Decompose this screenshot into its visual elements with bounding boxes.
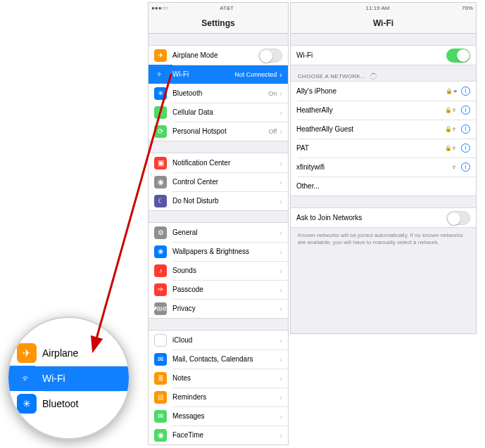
settings-row-reminders[interactable]: ⊟Reminders› — [149, 388, 288, 407]
info-button[interactable]: i — [461, 105, 470, 115]
wifi-toggle[interactable] — [446, 49, 470, 63]
row-label: Notification Center — [172, 159, 279, 167]
airplane-toggle[interactable] — [258, 49, 282, 63]
wifi-signal-icon: ᯤ — [452, 107, 458, 114]
info-button[interactable]: i — [461, 143, 470, 153]
row-label: FaceTime — [172, 431, 279, 439]
chevron-right-icon: › — [279, 70, 282, 79]
chevron-right-icon: › — [279, 248, 282, 256]
info-button[interactable]: i — [461, 124, 470, 134]
chevron-right-icon: › — [279, 374, 282, 383]
passcode-icon: ✑ — [154, 283, 167, 296]
zoom-icon: ✳ — [17, 394, 37, 414]
network-xfinitywifi[interactable]: xfinitywifiᯤi — [291, 158, 476, 177]
lock-icon: 🔒 — [446, 88, 453, 94]
row-label: Mail, Contacts, Calendars — [172, 355, 279, 363]
network-other[interactable]: Other... — [291, 177, 476, 196]
settings-row-icloud[interactable]: ☁iCloud› — [149, 331, 288, 350]
zoom-row-bluetoot: ✳Bluetoot — [17, 391, 120, 416]
row-label: Control Center — [172, 178, 279, 186]
settings-row-sounds[interactable]: ♪Sounds› — [149, 261, 288, 280]
settings-row-personal-hotspot[interactable]: ⟳Personal HotspotOff› — [149, 122, 288, 141]
info-button[interactable]: i — [461, 87, 470, 96]
settings-row-wallpapers-brightness[interactable]: ❀Wallpapers & Brightness› — [149, 242, 288, 261]
chevron-right-icon: › — [279, 305, 282, 313]
airplane-mode-icon: ✈ — [154, 49, 167, 62]
cellular-data-icon: ⟟ — [154, 106, 167, 119]
wi-fi-icon: ᯤ — [154, 68, 167, 81]
sounds-icon: ♪ — [154, 264, 167, 277]
wifi-toggle-row[interactable]: Wi-Fi — [291, 46, 476, 65]
wifi-signal-icon: ᯤ — [452, 145, 458, 152]
ask-toggle[interactable] — [446, 211, 470, 225]
notes-icon: ≣ — [154, 372, 167, 385]
row-label: Notes — [172, 374, 279, 382]
other-label: Other... — [296, 182, 470, 190]
settings-row-mail-contacts-calendars[interactable]: ✉Mail, Contacts, Calendars› — [149, 350, 288, 369]
chevron-right-icon: › — [279, 355, 282, 364]
settings-row-cellular-data[interactable]: ⟟Cellular Data› — [149, 103, 288, 122]
settings-panel: ●●●○○ AT&T Settings ✈Airplane ModeᯤWi-Fi… — [148, 2, 289, 445]
chevron-right-icon: › — [279, 431, 282, 440]
carrier: AT&T — [220, 5, 234, 11]
network-heatherally[interactable]: HeatherAlly🔒ᯤi — [291, 101, 476, 120]
settings-row-wi-fi[interactable]: ᯤWi-FiNot Connected› — [149, 65, 288, 84]
settings-row-bluetooth[interactable]: ✳BluetoothOn› — [149, 84, 288, 103]
zoom-row-airplane: ✈Airplane — [17, 340, 120, 366]
row-label: Reminders — [172, 393, 279, 401]
settings-row-do-not-disturb[interactable]: ☾Do Not Disturb› — [149, 191, 288, 210]
zoom-label: Bluetoot — [42, 398, 78, 409]
row-label: General — [172, 229, 279, 236]
zoom-label: Wi-Fi — [42, 373, 65, 384]
wifi-title: Wi-Fi — [291, 13, 476, 34]
notification-center-icon: ▣ — [154, 157, 167, 169]
settings-row-passcode[interactable]: ✑Passcode› — [149, 280, 288, 299]
row-label: Messages — [172, 412, 279, 420]
do-not-disturb-icon: ☾ — [154, 195, 167, 207]
wifi-toggle-label: Wi-Fi — [296, 51, 446, 59]
network-name: xfinitywifi — [296, 163, 452, 171]
settings-row-notes[interactable]: ≣Notes› — [149, 369, 288, 388]
row-label: Passcode — [172, 286, 279, 293]
wifi-panel: 11:19 AM 76% Wi-Fi Wi-Fi CHOOSE A NETWOR… — [290, 2, 477, 334]
icloud-icon: ☁ — [154, 334, 167, 347]
clock: 11:19 AM — [366, 5, 390, 11]
chevron-right-icon: › — [279, 393, 282, 402]
lock-icon: 🔒 — [445, 145, 452, 151]
network-ally-s-iphone[interactable]: Ally's iPhone🔒⚭i — [291, 82, 476, 101]
chevron-right-icon: › — [279, 336, 282, 345]
settings-title: Settings — [149, 13, 288, 34]
ask-to-join-row[interactable]: Ask to Join Networks — [291, 208, 476, 227]
chevron-right-icon: › — [279, 178, 282, 186]
info-button[interactable]: i — [461, 162, 470, 172]
zoom-row-wi-fi: ᯤWi-Fi — [8, 366, 129, 391]
chevron-right-icon: › — [279, 89, 282, 98]
zoom-label: Airplane — [42, 347, 78, 359]
mail-contacts-calendars-icon: ✉ — [154, 353, 167, 366]
settings-row-messages[interactable]: ✉Messages› — [149, 407, 288, 425]
network-pat[interactable]: PAT🔒ᯤi — [291, 139, 476, 158]
wallpapers-brightness-icon: ❀ — [154, 245, 167, 258]
lock-icon: 🔒 — [445, 107, 452, 113]
chevron-right-icon: › — [279, 159, 282, 167]
row-value: On — [268, 90, 277, 97]
row-label: Cellular Data — [172, 108, 279, 116]
wifi-signal-icon: ᯤ — [452, 126, 458, 133]
settings-row-notification-center[interactable]: ▣Notification Center› — [149, 153, 288, 172]
settings-row-privacy[interactable]: �англPrivacy› — [149, 299, 288, 318]
network-heatherally-guest[interactable]: HeatherAlly Guest🔒ᯤi — [291, 120, 476, 139]
settings-row-facetime[interactable]: ◉FaceTime› — [149, 425, 288, 444]
row-value: Not Connected — [234, 71, 277, 78]
battery: 76% — [462, 5, 473, 11]
chevron-right-icon: › — [279, 127, 282, 136]
row-label: Bluetooth — [172, 89, 268, 97]
chevron-right-icon: › — [279, 197, 282, 205]
settings-row-control-center[interactable]: ◉Control Center› — [149, 172, 288, 191]
settings-row-airplane-mode[interactable]: ✈Airplane Mode — [149, 46, 288, 65]
settings-row-general[interactable]: ⚙General› — [149, 223, 288, 242]
spinner-icon — [370, 73, 377, 79]
chevron-right-icon: › — [279, 412, 282, 421]
personal-hotspot-icon: ⟳ — [154, 125, 167, 138]
signal: ●●●○○ — [151, 5, 168, 11]
chevron-right-icon: › — [279, 229, 282, 237]
